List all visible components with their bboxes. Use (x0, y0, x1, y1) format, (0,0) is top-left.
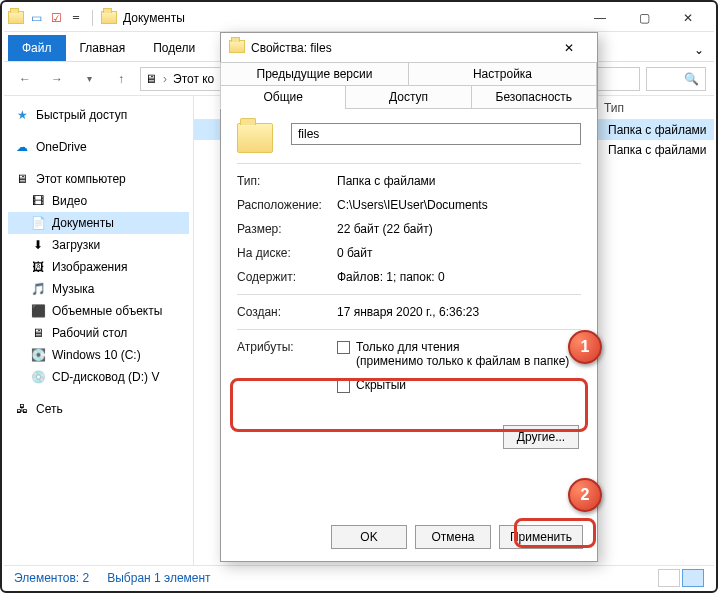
label-contains: Содержит: (237, 270, 337, 284)
view-details-button[interactable] (658, 569, 680, 587)
tab-security[interactable]: Безопасность (471, 85, 597, 109)
forward-button[interactable]: → (44, 66, 70, 92)
tree-dvd-drive[interactable]: 💿CD-дисковод (D:) V (8, 366, 189, 388)
hidden-label: Скрытый (356, 378, 406, 392)
qa-icon[interactable]: ▭ (28, 10, 44, 26)
tree-this-pc[interactable]: 🖥Этот компьютер (8, 168, 189, 190)
maximize-button[interactable]: ▢ (622, 4, 666, 32)
status-count: Элементов: 2 (14, 571, 89, 585)
folder-large-icon (237, 123, 273, 153)
tree-pictures[interactable]: 🖼Изображения (8, 256, 189, 278)
folder-icon (101, 10, 117, 26)
cancel-button[interactable]: Отмена (415, 525, 491, 549)
value-type: Папка с файлами (337, 174, 581, 188)
tab-customize[interactable]: Настройка (408, 62, 597, 86)
chevron-down-icon[interactable]: ▾ (76, 66, 102, 92)
nav-tree: ★Быстрый доступ ☁OneDrive 🖥Этот компьюте… (4, 96, 194, 565)
readonly-note: (применимо только к файлам в папке) (356, 354, 581, 368)
view-icons-button[interactable] (682, 569, 704, 587)
callout-badge-1: 1 (568, 330, 602, 364)
tree-videos[interactable]: 🎞Видео (8, 190, 189, 212)
label-attributes: Атрибуты: (237, 340, 337, 354)
tree-3d-objects[interactable]: ⬛Объемные объекты (8, 300, 189, 322)
tree-music[interactable]: 🎵Музыка (8, 278, 189, 300)
search-input[interactable]: 🔍 (646, 67, 706, 91)
tab-previous-versions[interactable]: Предыдущие версии (220, 62, 409, 86)
general-panel: Тип:Папка с файлами Расположение:C:\User… (221, 109, 597, 411)
readonly-checkbox[interactable] (337, 341, 350, 354)
breadcrumb-text: Этот ко (173, 72, 214, 86)
ok-button[interactable]: OK (331, 525, 407, 549)
status-selected: Выбран 1 элемент (107, 571, 210, 585)
up-button[interactable]: ↑ (108, 66, 134, 92)
minimize-button[interactable]: — (578, 4, 622, 32)
dialog-close-button[interactable]: ✕ (549, 41, 589, 55)
titlebar: ▭ ☑ ＝ Документы — ▢ ✕ (4, 4, 714, 32)
back-button[interactable]: ← (12, 66, 38, 92)
tree-downloads[interactable]: ⬇Загрузки (8, 234, 189, 256)
col-type[interactable]: Тип (594, 101, 634, 115)
tab-general[interactable]: Общие (220, 85, 346, 109)
apply-button[interactable]: Применить (499, 525, 583, 549)
ribbon-collapse-icon[interactable]: ⌄ (684, 39, 714, 61)
folder-icon (8, 10, 24, 26)
folder-name-input[interactable] (291, 123, 581, 145)
value-location: C:\Users\IEUser\Documents (337, 198, 581, 212)
ribbon-home[interactable]: Главная (66, 35, 140, 61)
label-created: Создан: (237, 305, 337, 319)
tree-c-drive[interactable]: 💽Windows 10 (C:) (8, 344, 189, 366)
qa-equals-icon[interactable]: ＝ (68, 10, 84, 26)
folder-icon (229, 40, 245, 56)
value-sizeondisk: 0 байт (337, 246, 581, 260)
qa-check-icon[interactable]: ☑ (48, 10, 64, 26)
label-sizeondisk: На диске: (237, 246, 337, 260)
tree-network[interactable]: 🖧Сеть (8, 398, 189, 420)
hidden-checkbox[interactable] (337, 380, 350, 393)
label-size: Размер: (237, 222, 337, 236)
readonly-row: Только для чтения (применимо только к фа… (337, 340, 581, 368)
window-title: Документы (123, 11, 185, 25)
value-size: 22 байт (22 байт) (337, 222, 581, 236)
tree-onedrive[interactable]: ☁OneDrive (8, 136, 189, 158)
dialog-titlebar: Свойства: files ✕ (221, 33, 597, 63)
properties-dialog: Свойства: files ✕ Предыдущие версии Наст… (220, 32, 598, 562)
hidden-row: Скрытый (337, 378, 581, 392)
ribbon-file[interactable]: Файл (8, 35, 66, 61)
tab-sharing[interactable]: Доступ (345, 85, 471, 109)
tree-quick-access[interactable]: ★Быстрый доступ (8, 104, 189, 126)
search-icon: 🔍 (684, 72, 699, 86)
callout-badge-2: 2 (568, 478, 602, 512)
dialog-title: Свойства: files (251, 41, 332, 55)
value-contains: Файлов: 1; папок: 0 (337, 270, 581, 284)
close-button[interactable]: ✕ (666, 4, 710, 32)
status-bar: Элементов: 2 Выбран 1 элемент (4, 565, 714, 589)
readonly-label: Только для чтения (356, 340, 459, 354)
ribbon-share[interactable]: Подели (139, 35, 209, 61)
label-location: Расположение: (237, 198, 337, 212)
tree-desktop[interactable]: 🖥Рабочий стол (8, 322, 189, 344)
other-attributes-button[interactable]: Другие... (503, 425, 579, 449)
pc-icon: 🖥 (145, 72, 157, 86)
tree-documents[interactable]: 📄Документы (8, 212, 189, 234)
value-created: 17 января 2020 г., 6:36:23 (337, 305, 581, 319)
label-type: Тип: (237, 174, 337, 188)
